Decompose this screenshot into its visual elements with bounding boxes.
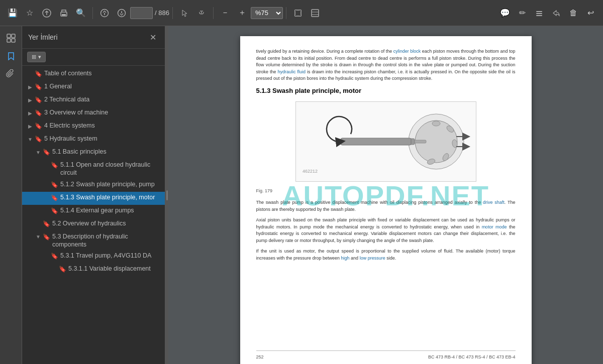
svg-rect-12 — [7, 34, 11, 38]
next-page-button[interactable] — [114, 5, 130, 21]
pdf-page: tively guided by a retaining device. Dur… — [240, 36, 532, 364]
page-separator: / 886 — [155, 9, 169, 17]
toc-toggle-4: ▶ — [26, 122, 34, 130]
cursor-tool-button[interactable] — [176, 5, 192, 21]
toc-item-53[interactable]: ▼ 🔖 5.3 Description of hydraulic compone… — [22, 231, 165, 251]
prev-page-button[interactable] — [96, 5, 113, 21]
hand-tool-button[interactable] — [193, 5, 210, 21]
pdf-section-title: 5.1.3 Swash plate principle, motor — [256, 86, 516, 96]
toc-toggle-531 — [42, 252, 50, 260]
bookmarks-panel-button[interactable] — [3, 48, 19, 64]
toc-tree: 🔖 Table of contents ▶ 🔖 1 General ▶ 🔖 2 … — [22, 66, 165, 364]
svg-rect-13 — [12, 34, 15, 38]
bookmark-icon-3: 🔖 — [34, 109, 42, 117]
bookmark-icon-5311: 🔖 — [58, 265, 66, 273]
fit-button[interactable] — [290, 5, 306, 21]
toc-toggle-5: ▼ — [26, 135, 34, 143]
toc-item-5[interactable]: ▼ 🔖 5 Hydraulic system — [22, 133, 165, 146]
toc-item-52[interactable]: 🔖 5.2 Overview of hydraulics — [22, 218, 165, 231]
bookmark-icon-toc: 🔖 — [34, 70, 42, 78]
toc-label-52: 5.2 Overview of hydraulics — [52, 219, 161, 227]
toc-toggle-53: ▼ — [34, 233, 42, 241]
toc-label-toc: Table of contents — [44, 69, 161, 77]
thumbnail-panel-button[interactable] — [3, 30, 19, 46]
toc-label-5311: 5.3.1.1 Variable displacement — [68, 265, 161, 273]
pdf-figure: 462212 — [295, 101, 476, 182]
main-area: Yer İmleri ✕ ⊞ ▾ 🔖 Table of contents ▶ 🔖… — [0, 26, 603, 364]
delete-button[interactable]: 🗑 — [565, 5, 581, 21]
zoom-out-button[interactable]: － — [217, 5, 233, 21]
bookmark-icon-53: 🔖 — [42, 233, 50, 241]
bookmark-icon-5: 🔖 — [34, 135, 42, 143]
toc-item-5311[interactable]: 🔖 5.3.1.1 Variable displacement — [22, 263, 165, 276]
sidebar-header: Yer İmleri ✕ — [22, 26, 165, 49]
grid-view-icon: ⊞ — [32, 54, 36, 60]
toc-toggle-5311 — [50, 265, 58, 273]
page-number-input[interactable]: 252 — [130, 7, 153, 19]
paperclip-panel-button[interactable] — [3, 66, 19, 82]
bookmark-icon-2: 🔖 — [34, 96, 42, 104]
pdf-para1: The swash plate pump is a positive displ… — [256, 199, 516, 213]
sidebar-close-button[interactable]: ✕ — [147, 31, 159, 43]
icon-bar — [0, 26, 22, 364]
toc-label-3: 3 Overview of machine — [44, 108, 161, 116]
sidebar-view-button[interactable]: ⊞ ▾ — [27, 52, 46, 62]
pdf-para3: If the unit is used as motor, the output… — [256, 248, 516, 262]
pen-button[interactable]: ✏ — [514, 5, 530, 21]
toc-toggle-514 — [42, 207, 50, 215]
toc-label-5: 5 Hydraulic system — [44, 135, 161, 143]
toc-label-512: 5.1.2 Swash plate principle, pump — [60, 180, 161, 188]
page-input-group: 252 / 886 — [130, 7, 169, 19]
toc-label-531: 5.3.1 Travel pump, A4VG110 DA — [60, 252, 161, 260]
bookmark-icon-52: 🔖 — [42, 220, 50, 228]
toc-item-1[interactable]: ▶ 🔖 1 General — [22, 81, 165, 94]
bookmark-icon-1: 🔖 — [34, 83, 42, 91]
svg-rect-15 — [12, 39, 15, 42]
toc-item-514[interactable]: 🔖 5.1.4 External gear pumps — [22, 205, 165, 218]
toc-label-2: 2 Technical data — [44, 95, 161, 103]
svg-rect-5 — [295, 10, 301, 16]
svg-rect-6 — [312, 10, 319, 17]
pdf-footer: 252 BC 473 RB-4 / BC 473 RS-4 / BC 473 E… — [256, 350, 516, 360]
bookmark-icon-513: 🔖 — [50, 194, 58, 202]
svg-rect-14 — [7, 39, 11, 42]
upload-button[interactable] — [39, 5, 55, 21]
toc-toggle-1: ▶ — [26, 83, 34, 91]
zoom-select[interactable]: %75 %50 %100 %125 %150 — [251, 7, 283, 19]
toc-item-513[interactable]: 🔖 5.1.3 Swash plate principle, motor — [22, 192, 165, 205]
toolbar: 💾 ☆ 🔍 252 / 886 － ＋ %75 %50 %100 %125 %1… — [0, 0, 603, 26]
zoom-in-button[interactable]: ＋ — [234, 5, 250, 21]
bookmark-icon-4: 🔖 — [34, 122, 42, 130]
save-button[interactable]: 💾 — [5, 5, 21, 21]
tools-button[interactable] — [531, 5, 547, 21]
bookmark-icon-511: 🔖 — [50, 161, 58, 169]
print-button[interactable] — [56, 5, 72, 21]
separator-2 — [172, 7, 173, 19]
select-tool-button[interactable] — [307, 5, 323, 21]
toc-item-531[interactable]: 🔖 5.3.1 Travel pump, A4VG110 DA — [22, 250, 165, 263]
bookmark-icon-51: 🔖 — [42, 148, 50, 156]
toc-toggle-513 — [42, 194, 50, 202]
toc-item-511[interactable]: 🔖 5.1.1 Open and closed hydraulic circui… — [22, 159, 165, 179]
sidebar-title: Yer İmleri — [28, 33, 58, 41]
bookmark-icon-514: 🔖 — [50, 207, 58, 215]
separator-3 — [213, 7, 214, 19]
sidebar-panel: Yer İmleri ✕ ⊞ ▾ 🔖 Table of contents ▶ 🔖… — [22, 26, 165, 364]
search-button[interactable]: 🔍 — [73, 5, 89, 21]
toc-item-toc[interactable]: 🔖 Table of contents — [22, 68, 165, 81]
undo-button[interactable]: ↩ — [582, 5, 598, 21]
comment-button[interactable]: 💬 — [497, 5, 513, 21]
toc-item-512[interactable]: 🔖 5.1.2 Swash plate principle, pump — [22, 179, 165, 192]
toc-item-4[interactable]: ▶ 🔖 4 Electric systems — [22, 120, 165, 133]
bookmark-button[interactable]: ☆ — [22, 5, 38, 21]
toc-item-3[interactable]: ▶ 🔖 3 Overview of machine — [22, 107, 165, 120]
share-button[interactable] — [548, 5, 564, 21]
svg-rect-2 — [62, 14, 66, 16]
toc-toggle-512 — [42, 181, 50, 189]
toc-toggle-toc — [26, 70, 34, 78]
sidebar-toolbar: ⊞ ▾ — [22, 49, 165, 66]
toc-item-2[interactable]: ▶ 🔖 2 Technical data — [22, 94, 165, 107]
toc-item-51[interactable]: ▼ 🔖 5.1 Basic principles — [22, 146, 165, 159]
pdf-footer-text: BC 473 RB-4 / BC 473 RS-4 / BC 473 EB-4 — [428, 354, 516, 360]
pdf-page-number: 252 — [256, 354, 264, 360]
